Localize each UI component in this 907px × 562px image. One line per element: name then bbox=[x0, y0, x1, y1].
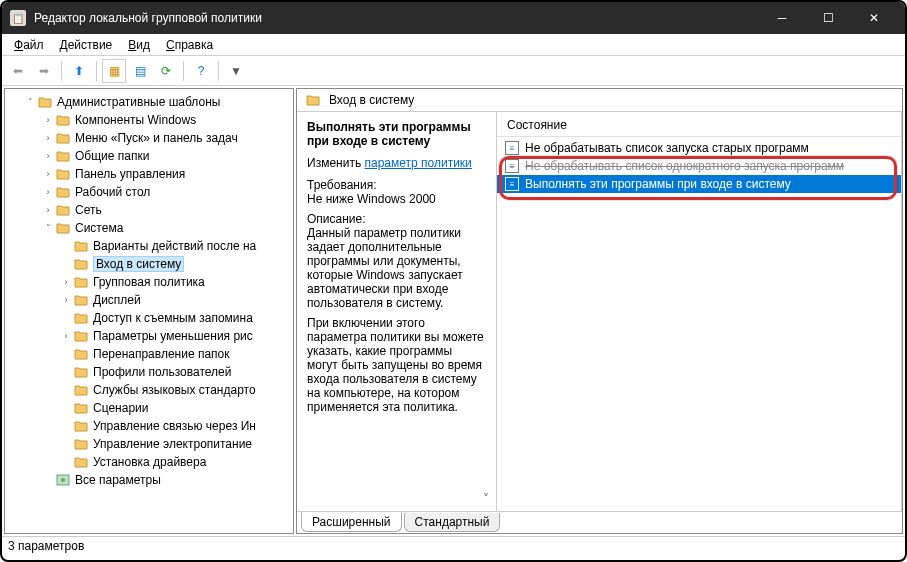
menu-view[interactable]: Вид bbox=[120, 36, 158, 54]
maximize-button[interactable]: ☐ bbox=[805, 2, 851, 34]
tree-item[interactable]: ›Панель управления bbox=[5, 165, 293, 183]
tree-label: Административные шаблоны bbox=[57, 95, 220, 109]
folder-icon bbox=[73, 275, 89, 289]
tree-label: Общие папки bbox=[75, 149, 149, 163]
edit-label: Изменить bbox=[307, 156, 361, 170]
expand-icon[interactable]: › bbox=[41, 115, 55, 125]
close-button[interactable]: ✕ bbox=[851, 2, 897, 34]
toolbar-separator bbox=[218, 61, 219, 81]
tree-all-settings[interactable]: Все параметры bbox=[5, 471, 293, 489]
tab-standard[interactable]: Стандартный bbox=[404, 513, 501, 532]
policy-name: Выполнять эти программы при входе в сист… bbox=[307, 120, 486, 148]
tree-label: Меню «Пуск» и панель задач bbox=[75, 131, 238, 145]
tree-item[interactable]: Сценарии bbox=[5, 399, 293, 417]
toolbar: ⬅ ➡ ⬆ ▦ ▤ ⟳ ? ▼ bbox=[2, 56, 905, 86]
folder-icon bbox=[55, 185, 71, 199]
menu-action[interactable]: Действие bbox=[52, 36, 121, 54]
tree-label: Сценарии bbox=[93, 401, 148, 415]
expand-icon[interactable]: › bbox=[41, 187, 55, 197]
expand-icon[interactable]: › bbox=[41, 169, 55, 179]
tree-item[interactable]: Профили пользователей bbox=[5, 363, 293, 381]
list-item[interactable]: ≡ Не обрабатывать список запуска старых … bbox=[497, 139, 901, 157]
folder-icon bbox=[55, 221, 71, 235]
settings-list: ≡ Не обрабатывать список запуска старых … bbox=[497, 137, 901, 511]
back-button[interactable]: ⬅ bbox=[6, 59, 30, 83]
tree-item[interactable]: Установка драйвера bbox=[5, 453, 293, 471]
edit-policy-link[interactable]: параметр политики bbox=[364, 156, 471, 170]
folder-icon bbox=[73, 419, 89, 433]
tree-item[interactable]: ›Дисплей bbox=[5, 291, 293, 309]
tree-system[interactable]: ˅ Система bbox=[5, 219, 293, 237]
folder-icon bbox=[73, 257, 89, 271]
refresh-button[interactable]: ⟳ bbox=[154, 59, 178, 83]
tree-item[interactable]: Доступ к съемным запомина bbox=[5, 309, 293, 327]
folder-icon bbox=[305, 93, 321, 107]
expand-icon[interactable]: › bbox=[59, 331, 73, 341]
list-item[interactable]: ≡ Не обрабатывать список однократного за… bbox=[497, 157, 901, 175]
statusbar: 3 параметров bbox=[2, 536, 905, 556]
folder-icon bbox=[73, 311, 89, 325]
details-title: Вход в систему bbox=[297, 89, 902, 112]
tree-item[interactable]: ›Общие папки bbox=[5, 147, 293, 165]
tree-item[interactable]: Управление связью через Ин bbox=[5, 417, 293, 435]
tree[interactable]: ˅ Административные шаблоны ›Компоненты W… bbox=[5, 89, 293, 533]
collapse-icon[interactable]: ˅ bbox=[23, 97, 37, 107]
export-button[interactable]: ▤ bbox=[128, 59, 152, 83]
expand-icon[interactable]: › bbox=[41, 133, 55, 143]
tree-item[interactable]: ›Меню «Пуск» и панель задач bbox=[5, 129, 293, 147]
tree-item[interactable]: ›Компоненты Windows bbox=[5, 111, 293, 129]
tree-item-selected[interactable]: Вход в систему bbox=[5, 255, 293, 273]
folder-icon bbox=[73, 437, 89, 451]
tree-item[interactable]: Службы языковых стандарто bbox=[5, 381, 293, 399]
folder-icon bbox=[73, 401, 89, 415]
expand-icon[interactable]: › bbox=[41, 205, 55, 215]
tree-label: Перенаправление папок bbox=[93, 347, 230, 361]
folder-icon bbox=[73, 293, 89, 307]
list-item-label: Выполнять эти программы при входе в сист… bbox=[525, 177, 791, 191]
help-button[interactable]: ? bbox=[189, 59, 213, 83]
tree-item[interactable]: ›Рабочий стол bbox=[5, 183, 293, 201]
list-item-selected[interactable]: ≡ Выполнять эти программы при входе в си… bbox=[497, 175, 901, 193]
policy-icon: ≡ bbox=[505, 159, 519, 173]
expand-icon[interactable]: › bbox=[41, 151, 55, 161]
up-button[interactable]: ⬆ bbox=[67, 59, 91, 83]
tree-item[interactable]: Варианты действий после на bbox=[5, 237, 293, 255]
titlebar: 📋 Редактор локальной групповой политики … bbox=[2, 2, 905, 34]
toolbar-separator bbox=[61, 61, 62, 81]
status-text: 3 параметров bbox=[8, 539, 84, 553]
expand-icon[interactable]: › bbox=[59, 277, 73, 287]
requirements-label: Требования: bbox=[307, 178, 377, 192]
folder-icon bbox=[73, 329, 89, 343]
forward-button[interactable]: ➡ bbox=[32, 59, 56, 83]
minimize-button[interactable]: ─ bbox=[759, 2, 805, 34]
policy-icon: ≡ bbox=[505, 177, 519, 191]
tree-label: Управление связью через Ин bbox=[93, 419, 256, 433]
tree-label: Все параметры bbox=[75, 473, 161, 487]
tree-label: Система bbox=[75, 221, 123, 235]
folder-icon bbox=[55, 113, 71, 127]
folder-icon bbox=[55, 203, 71, 217]
scroll-down-icon[interactable]: ˅ bbox=[478, 489, 494, 509]
list-header[interactable]: Состояние bbox=[497, 112, 901, 137]
properties-button[interactable]: ▦ bbox=[102, 59, 126, 83]
menu-help[interactable]: Справка bbox=[158, 36, 221, 54]
tree-item[interactable]: Управление электропитание bbox=[5, 435, 293, 453]
collapse-icon[interactable]: ˅ bbox=[41, 223, 55, 233]
tree-item[interactable]: ›Групповая политика bbox=[5, 273, 293, 291]
tree-label: Групповая политика bbox=[93, 275, 205, 289]
edit-link-row: Изменить параметр политики bbox=[307, 156, 486, 170]
description-label: Описание: bbox=[307, 212, 366, 226]
tree-item[interactable]: ›Сеть bbox=[5, 201, 293, 219]
menu-file[interactable]: Файл bbox=[6, 36, 52, 54]
tree-item[interactable]: Перенаправление папок bbox=[5, 345, 293, 363]
tree-label: Компоненты Windows bbox=[75, 113, 196, 127]
tab-extended[interactable]: Расширенный bbox=[301, 512, 402, 532]
details-title-text: Вход в систему bbox=[329, 93, 414, 107]
folder-icon bbox=[55, 131, 71, 145]
tree-label: Управление электропитание bbox=[93, 437, 252, 451]
tree-item[interactable]: ›Параметры уменьшения рис bbox=[5, 327, 293, 345]
tree-root[interactable]: ˅ Административные шаблоны bbox=[5, 93, 293, 111]
expand-icon[interactable]: › bbox=[59, 295, 73, 305]
filter-button[interactable]: ▼ bbox=[224, 59, 248, 83]
folder-icon bbox=[55, 149, 71, 163]
